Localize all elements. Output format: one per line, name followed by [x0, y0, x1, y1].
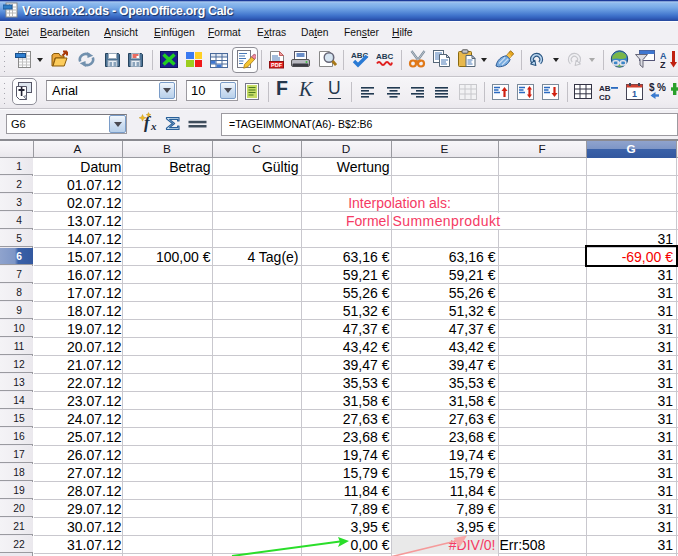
svg-text:x: x: [150, 120, 157, 132]
svg-text:ABC: ABC: [376, 52, 394, 61]
svg-text:AB: AB: [599, 84, 611, 93]
svg-text:$: $: [649, 82, 655, 93]
svg-text:CD: CD: [599, 93, 611, 101]
svg-text:%: %: [657, 82, 666, 93]
svg-text:1: 1: [632, 89, 637, 99]
svg-text:PDF: PDF: [271, 62, 283, 68]
svg-text:Z: Z: [660, 60, 666, 70]
